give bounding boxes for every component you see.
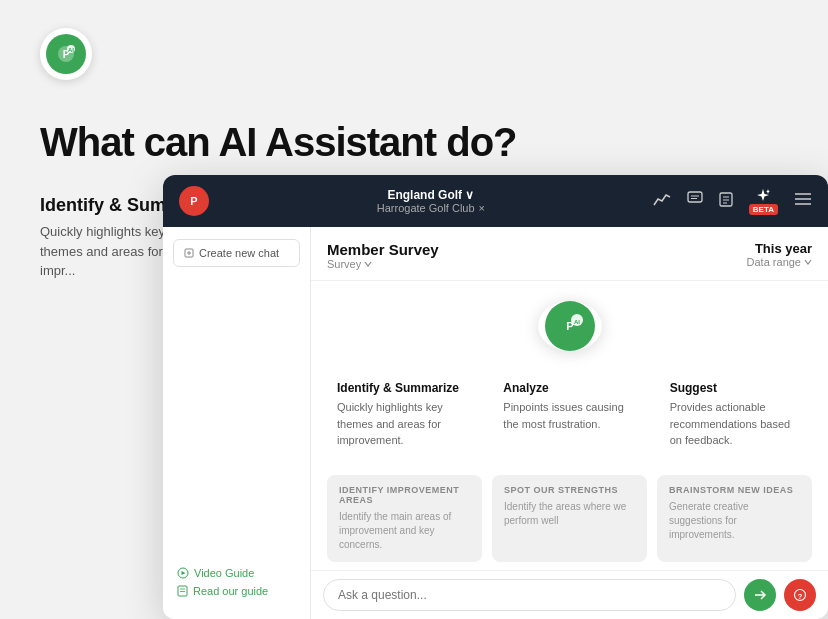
ai-logo-icon: P AI — [555, 311, 585, 341]
ai-beta-icon-wrap[interactable]: BETA — [749, 188, 778, 215]
feature-card-1-desc: Pinpoints issues causing the most frustr… — [503, 399, 635, 432]
chevron-down-icon — [364, 260, 372, 268]
nav-logo-icon: P — [185, 192, 203, 210]
nav-icons: BETA — [653, 188, 812, 215]
hero-title: What can AI Assistant do? — [40, 120, 517, 165]
this-year-label: This year — [747, 241, 812, 256]
create-chat-label: Create new chat — [199, 247, 279, 259]
survey-info: Member Survey Survey — [327, 241, 439, 270]
action-card-2-desc: Generate creative suggestions for improv… — [669, 500, 800, 542]
document-icon — [177, 585, 188, 597]
send-button[interactable] — [744, 579, 776, 611]
clipboard-icon[interactable] — [719, 191, 733, 211]
data-range-label: Data range — [747, 256, 812, 268]
ai-logo-inner: P AI — [545, 301, 595, 351]
bg-logo-inner: P AI — [46, 34, 86, 74]
action-card-0-title: IDENTIFY IMPROVEMENT AREAS — [339, 485, 470, 505]
feature-card-1: Analyze Pinpoints issues causing the mos… — [493, 371, 645, 459]
beta-badge: BETA — [749, 204, 778, 215]
ai-content: P AI Identify & Summarize Quickly highli… — [311, 281, 828, 570]
feature-card-1-title: Analyze — [503, 381, 635, 395]
send-icon — [753, 588, 767, 602]
feature-card-2-title: Suggest — [670, 381, 802, 395]
chat-icon[interactable] — [687, 191, 703, 211]
action-card-0[interactable]: IDENTIFY IMPROVEMENT AREAS Identify the … — [327, 475, 482, 562]
read-guide-link[interactable]: Read our guide — [177, 585, 296, 597]
nav-logo: P — [179, 186, 209, 216]
chart-icon[interactable] — [653, 192, 671, 210]
edit-icon — [184, 248, 194, 258]
svg-marker-19 — [182, 571, 186, 575]
svg-text:P: P — [190, 195, 197, 207]
date-range: This year Data range — [747, 241, 812, 268]
feature-card-2: Suggest Provides actionable recommendati… — [660, 371, 812, 459]
chat-input-area: ? — [311, 570, 828, 619]
sparkle-icon — [754, 188, 772, 204]
survey-title: Member Survey — [327, 241, 439, 258]
app-window: P England Golf ∨ Harrogate Golf Club × — [163, 175, 828, 619]
survey-subtitle: Survey — [327, 258, 439, 270]
main-panel: Member Survey Survey This year Data rang… — [311, 227, 828, 619]
sidebar-footer: Video Guide Read our guide — [163, 557, 310, 607]
feature-cards: Identify & Summarize Quickly highlights … — [327, 371, 812, 459]
action-card-1-desc: Identify the areas where we perform well — [504, 500, 635, 528]
bg-logo-icon: P AI — [54, 42, 78, 66]
svg-rect-5 — [688, 192, 702, 202]
svg-text:AI: AI — [574, 319, 580, 325]
bg-logo-circle: P AI — [40, 28, 92, 80]
content-area: Create new chat Video Guide R — [163, 227, 828, 619]
ai-logo-circle: P AI — [538, 301, 602, 351]
action-card-0-desc: Identify the main areas of improvement a… — [339, 510, 470, 552]
menu-icon[interactable] — [794, 192, 812, 210]
svg-text:?: ? — [798, 592, 803, 601]
feature-card-0-title: Identify & Summarize — [337, 381, 469, 395]
action-card-2-title: BRAINSTORM NEW IDEAS — [669, 485, 800, 495]
chat-input[interactable] — [323, 579, 736, 611]
chevron-down-small-icon — [804, 258, 812, 266]
action-cards: IDENTIFY IMPROVEMENT AREAS Identify the … — [327, 475, 812, 562]
create-chat-button[interactable]: Create new chat — [173, 239, 300, 267]
support-button[interactable]: ? — [784, 579, 816, 611]
feature-card-0-desc: Quickly highlights key themes and areas … — [337, 399, 469, 449]
org-name: England Golf ∨ — [221, 188, 641, 202]
video-guide-link[interactable]: Video Guide — [177, 567, 296, 579]
nav-org: England Golf ∨ Harrogate Golf Club × — [221, 188, 641, 214]
survey-header: Member Survey Survey This year Data rang… — [311, 227, 828, 281]
feature-card-0: Identify & Summarize Quickly highlights … — [327, 371, 479, 459]
action-card-2[interactable]: BRAINSTORM NEW IDEAS Generate creative s… — [657, 475, 812, 562]
video-icon — [177, 567, 189, 579]
sidebar: Create new chat Video Guide R — [163, 227, 311, 619]
support-icon: ? — [793, 588, 807, 602]
svg-rect-20 — [178, 586, 187, 596]
nav-bar: P England Golf ∨ Harrogate Golf Club × — [163, 175, 828, 227]
action-card-1-title: SPOT OUR STRENGTHS — [504, 485, 635, 495]
svg-text:AI: AI — [68, 47, 74, 53]
sub-name: Harrogate Golf Club × — [221, 202, 641, 214]
feature-card-2-desc: Provides actionable recommendations base… — [670, 399, 802, 449]
action-card-1[interactable]: SPOT OUR STRENGTHS Identify the areas wh… — [492, 475, 647, 562]
